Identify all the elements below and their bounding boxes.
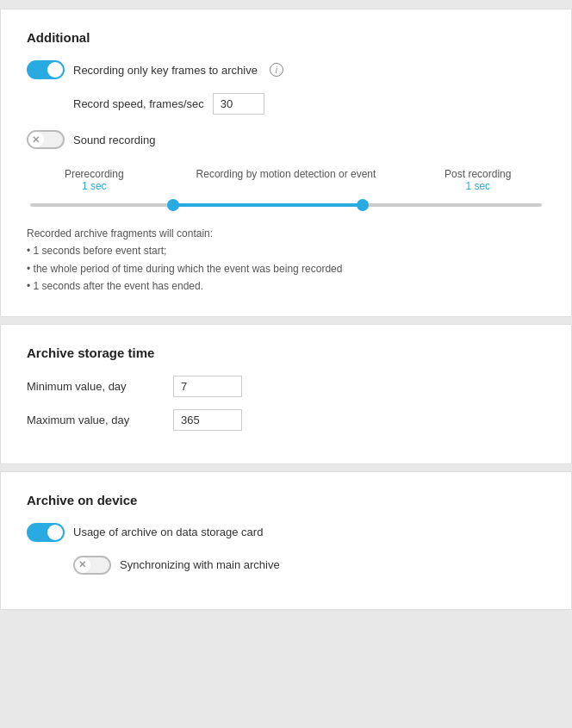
usage-toggle-row: ✓ Usage of archive on data storage card: [27, 523, 545, 542]
slider-track: [30, 203, 542, 207]
usage-check-icon: ✓: [53, 526, 60, 538]
maximum-label: Maximum value, day: [27, 414, 165, 426]
check-icon: ✓: [53, 65, 60, 76]
keyframes-toggle[interactable]: ✓: [27, 60, 65, 79]
post-recording-label: Post recording 1 sec: [414, 168, 543, 192]
sound-recording-row: ✕ Sound recording: [27, 130, 545, 149]
record-speed-label: Record speed, frames/sec: [73, 97, 204, 110]
prerecording-value: 1 sec: [30, 180, 159, 192]
motion-detection-label: Recording by motion detection or event: [159, 168, 414, 180]
maximum-value-row: Maximum value, day: [27, 409, 545, 431]
x-icon: ✕: [32, 134, 40, 146]
archive-storage-card: Archive storage time Minimum value, day …: [0, 324, 572, 464]
info-icon[interactable]: i: [270, 63, 283, 77]
post-recording-title: Post recording: [414, 168, 543, 180]
record-speed-input[interactable]: [213, 93, 264, 115]
archive-info: Recorded archive fragments will contain:…: [27, 225, 545, 296]
timeline-slider[interactable]: [30, 199, 542, 211]
slider-thumb-right[interactable]: [357, 199, 369, 211]
sync-label: Synchronizing with main archive: [120, 558, 280, 571]
post-recording-value: 1 sec: [414, 180, 543, 192]
archive-info-item-2: • the whole period of time during which …: [27, 260, 545, 277]
usage-toggle[interactable]: ✓: [27, 523, 65, 542]
page: Additional ✓ Recording only key frames t…: [0, 0, 572, 728]
additional-title: Additional: [27, 30, 545, 45]
archive-storage-title: Archive storage time: [27, 345, 545, 360]
sync-x-icon: ✕: [78, 559, 86, 570]
prerecording-title: Prerecording: [30, 168, 159, 180]
slider-thumb-left[interactable]: [167, 199, 179, 211]
archive-device-title: Archive on device: [27, 493, 545, 507]
record-speed-row: Record speed, frames/sec: [27, 93, 545, 115]
maximum-value-input[interactable]: [173, 409, 242, 431]
timeline-labels: Prerecording 1 sec Recording by motion d…: [27, 168, 545, 192]
archive-device-card: Archive on device ✓ Usage of archive on …: [0, 471, 572, 610]
usage-label: Usage of archive on data storage card: [73, 526, 263, 538]
sound-recording-toggle[interactable]: ✕: [27, 130, 65, 149]
timeline-section: Prerecording 1 sec Recording by motion d…: [27, 168, 545, 211]
keyframes-label: Recording only key frames to archive: [73, 64, 258, 77]
slider-active-track: [173, 203, 363, 207]
prerecording-label: Prerecording 1 sec: [30, 168, 159, 192]
minimum-label: Minimum value, day: [27, 380, 165, 393]
keyframes-row: ✓ Recording only key frames to archive i: [27, 60, 545, 79]
minimum-value-input[interactable]: [173, 376, 242, 397]
archive-info-item-3: • 1 seconds after the event has ended.: [27, 277, 545, 295]
sync-toggle-row: ✕ Synchronizing with main archive: [27, 556, 545, 575]
minimum-value-row: Minimum value, day: [27, 376, 545, 397]
motion-detection-title: Recording by motion detection or event: [159, 168, 414, 180]
additional-card: Additional ✓ Recording only key frames t…: [0, 9, 572, 317]
archive-info-item-1: • 1 seconds before event start;: [27, 242, 545, 259]
sound-recording-label: Sound recording: [73, 134, 155, 146]
archive-info-title: Recorded archive fragments will contain:: [27, 225, 545, 242]
sync-toggle[interactable]: ✕: [73, 556, 111, 575]
